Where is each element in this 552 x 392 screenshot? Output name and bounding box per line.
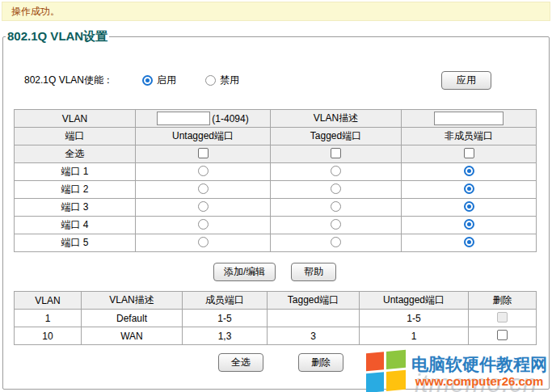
- delete-vlan-1-checkbox: [497, 312, 508, 322]
- select-all-nonmember-checkbox[interactable]: [464, 148, 474, 158]
- port-row: 端口 5: [15, 234, 537, 252]
- port-5-untagged-radio[interactable]: [198, 237, 209, 247]
- delete-vlan-10-checkbox[interactable]: [497, 330, 508, 340]
- port-1-label: 端口 1: [15, 163, 136, 181]
- vlan-range-hint: (1-4094): [212, 113, 248, 124]
- port-1-untagged-radio[interactable]: [198, 166, 209, 176]
- vlan-list-header-row: VLAN VLAN描述 成员端口 Tagged端口 Untagged端口 删除: [15, 292, 537, 310]
- select-all-label: 全选: [15, 145, 136, 163]
- port-4-tagged-radio[interactable]: [331, 219, 341, 230]
- col-members: 成员端口: [183, 292, 268, 310]
- port-3-nonmember-radio[interactable]: [464, 201, 474, 212]
- radio-enabled-icon[interactable]: [142, 75, 153, 86]
- panel-title: 802.1Q VLAN设置: [6, 29, 109, 44]
- list-actions: 全选 删除: [218, 353, 343, 372]
- tagged-column-header: Tagged端口: [271, 128, 402, 145]
- vlan-id-cell: 10: [15, 327, 82, 345]
- vlan-row: 10 WAN 1,3 3 1: [15, 327, 537, 345]
- port-1-nonmember-radio[interactable]: [464, 166, 474, 176]
- vlan-desc-label: VLAN描述: [271, 110, 402, 128]
- port-2-nonmember-radio[interactable]: [464, 183, 474, 194]
- vlan-untagged-cell: 1-5: [360, 310, 469, 327]
- port-row: 端口 3: [15, 199, 537, 217]
- status-message-bar: 操作成功。: [2, 2, 550, 21]
- port-3-tagged-radio[interactable]: [331, 201, 341, 212]
- vlan-members-cell: 1,3: [183, 327, 268, 345]
- add-edit-button[interactable]: 添加/编辑: [213, 263, 276, 281]
- vlan-id-label: VLAN: [15, 110, 136, 128]
- site-name: 电脑软硬件教程网: [411, 355, 547, 374]
- disable-option-label: 禁用: [220, 74, 239, 87]
- port-3-label: 端口 3: [15, 199, 136, 217]
- enable-option-label: 启用: [157, 74, 176, 87]
- port-1-tagged-radio[interactable]: [331, 166, 341, 176]
- vlan-row: 1 Default 1-5 1-5: [15, 310, 537, 327]
- flag-tile-blue: [366, 372, 384, 392]
- vlan-list-table: VLAN VLAN描述 成员端口 Tagged端口 Untagged端口 删除 …: [14, 291, 537, 345]
- port-row: 端口 2: [15, 181, 537, 199]
- vlan-desc-cell: WAN: [82, 327, 183, 345]
- select-all-button[interactable]: 全选: [218, 353, 263, 372]
- vlan-desc-input[interactable]: [434, 112, 504, 125]
- vlan-members-cell: 1-5: [183, 310, 268, 327]
- col-desc: VLAN描述: [82, 292, 183, 310]
- vlan-tagged-cell: [268, 310, 360, 327]
- flag-tile-red: [366, 352, 384, 371]
- port-4-label: 端口 4: [15, 217, 136, 234]
- status-message-text: 操作成功。: [11, 5, 60, 19]
- apply-button[interactable]: 应用: [441, 71, 491, 90]
- page: 操作成功。 802.1Q VLAN设置 802.1Q VLAN使能： 启用 禁用…: [0, 0, 552, 392]
- flag-tile-yellow: [386, 370, 406, 391]
- vlan-config-table: VLAN (1-4094) VLAN描述 端口 Untagged端口 Tagge…: [14, 109, 537, 252]
- help-button[interactable]: 帮助: [291, 263, 336, 281]
- port-5-tagged-radio[interactable]: [331, 237, 341, 247]
- vlan-id-input[interactable]: [157, 112, 210, 125]
- disable-option[interactable]: 禁用: [205, 74, 239, 87]
- vlan-enable-label: 802.1Q VLAN使能：: [0, 74, 113, 87]
- port-2-tagged-radio[interactable]: [331, 183, 341, 194]
- select-all-untagged-checkbox[interactable]: [198, 148, 209, 158]
- port-column-header: 端口: [15, 128, 136, 145]
- config-vlan-row: VLAN (1-4094) VLAN描述: [15, 110, 537, 128]
- brand-text: 电脑软硬件教程网 www.computer26.com: [411, 355, 547, 388]
- untagged-column-header: Untagged端口: [136, 128, 271, 145]
- col-untagged: Untagged端口: [360, 292, 469, 310]
- select-all-tagged-checkbox[interactable]: [331, 148, 341, 158]
- port-5-label: 端口 5: [15, 234, 136, 252]
- delete-button[interactable]: 删除: [298, 353, 343, 372]
- enable-option[interactable]: 启用: [142, 74, 176, 87]
- vlan-id-cell: 1: [15, 310, 82, 327]
- port-5-nonmember-radio[interactable]: [464, 237, 474, 247]
- site-url: www.computer26.com: [415, 374, 544, 388]
- vlan-tagged-cell: 3: [268, 327, 360, 345]
- select-all-row: 全选: [15, 145, 537, 163]
- col-tagged: Tagged端口: [268, 292, 360, 310]
- col-vlan: VLAN: [15, 292, 82, 310]
- col-delete: 删除: [469, 292, 537, 310]
- vlan-untagged-cell: 1: [360, 327, 469, 345]
- vlan-desc-cell: Default: [82, 310, 183, 327]
- flag-tile-green: [386, 350, 406, 369]
- config-column-header-row: 端口 Untagged端口 Tagged端口 非成员端口: [15, 128, 537, 145]
- config-actions: 添加/编辑 帮助: [213, 263, 336, 281]
- site-branding: 电脑软硬件教程网 www.computer26.com: [366, 352, 547, 391]
- port-3-untagged-radio[interactable]: [198, 201, 209, 212]
- windows-flag-icon: [366, 350, 406, 392]
- radio-disabled-icon[interactable]: [205, 75, 216, 86]
- nonmember-column-header: 非成员端口: [402, 128, 537, 145]
- port-2-untagged-radio[interactable]: [198, 183, 209, 194]
- port-2-label: 端口 2: [15, 181, 136, 199]
- port-4-nonmember-radio[interactable]: [464, 219, 474, 230]
- port-4-untagged-radio[interactable]: [198, 219, 209, 230]
- port-row: 端口 4: [15, 217, 537, 234]
- port-row: 端口 1: [15, 163, 537, 181]
